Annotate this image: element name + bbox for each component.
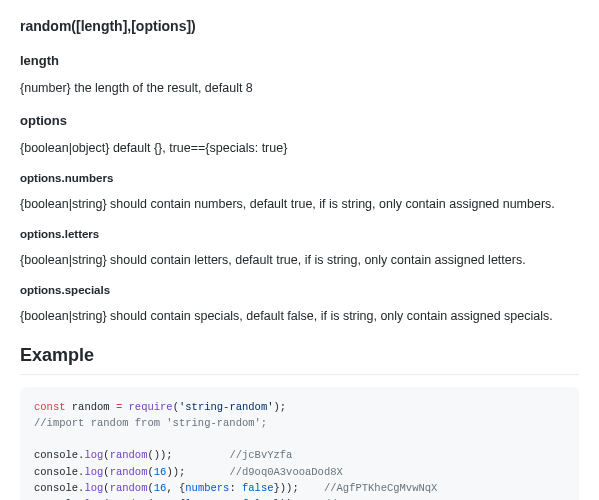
param-options-specials-desc: {boolean|string} should contain specials… xyxy=(20,307,579,326)
param-options-numbers-desc: {boolean|string} should contain numbers,… xyxy=(20,195,579,214)
param-options-letters-desc: {boolean|string} should contain letters,… xyxy=(20,251,579,270)
param-options-title: options xyxy=(20,111,579,131)
param-options-letters-title: options.letters xyxy=(20,226,579,243)
function-signature: random([length],[options]) xyxy=(20,16,579,37)
code-block: const random = require('string-random');… xyxy=(20,387,579,501)
param-length-desc: {number} the length of the result, defau… xyxy=(20,79,579,98)
param-length-title: length xyxy=(20,51,579,71)
param-options-desc: {boolean|object} default {}, true=={spec… xyxy=(20,139,579,158)
example-heading: Example xyxy=(20,342,579,375)
param-options-specials-title: options.specials xyxy=(20,282,579,299)
param-options-numbers-title: options.numbers xyxy=(20,170,579,187)
